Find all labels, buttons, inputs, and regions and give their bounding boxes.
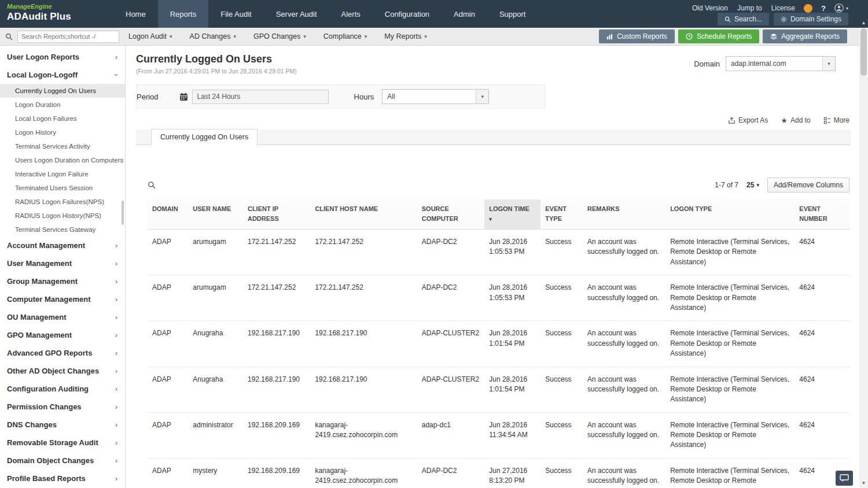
sidebar-section-gpo-management[interactable]: GPO Management› — [0, 326, 125, 344]
clock-icon — [686, 33, 693, 40]
help-icon[interactable]: ? — [821, 4, 826, 13]
table-row[interactable]: ADAParumugam172.21.147.252172.21.147.252… — [148, 275, 849, 321]
table-row[interactable]: ADAParumugam172.21.147.252172.21.147.252… — [148, 230, 849, 275]
sidebar-item-logon-duration[interactable]: Logon Duration — [0, 98, 125, 112]
sidebar-item-logon-history[interactable]: Logon History — [0, 125, 125, 139]
table-cell: Jun 28,2016 11:34:54 AM — [484, 412, 540, 458]
scroll-up-icon[interactable]: ▲ — [859, 17, 868, 28]
column-header-client-host-name[interactable]: CLIENT HOST NAME — [310, 199, 417, 230]
menu-ad-changes[interactable]: AD Changes▾ — [190, 32, 236, 40]
sidebar-item-users-logon-duration-on-computers[interactable]: Users Logon Duration on Computers — [0, 153, 125, 167]
sidebar-section-user-management[interactable]: User Management› — [0, 254, 125, 272]
sidebar: User Logon Reports›Local Logon-Logoff›Cu… — [0, 46, 126, 488]
sidebar-section-configuration-auditing[interactable]: Configuration Auditing› — [0, 380, 125, 398]
column-header-logon-type[interactable]: LOGON TYPE — [665, 199, 795, 230]
hours-select[interactable]: All ▾ — [382, 89, 489, 104]
table-row[interactable]: ADAPmystery192.168.209.169kanagaraj-2419… — [148, 458, 849, 488]
page-scrollbar[interactable]: ▲ ▼ — [859, 17, 868, 488]
menu-gpo-changes[interactable]: GPO Changes▾ — [253, 32, 306, 40]
sidebar-section-permission-changes[interactable]: Permission Changes› — [0, 398, 125, 416]
sidebar-section-user-logon-reports[interactable]: User Logon Reports› — [0, 48, 125, 66]
user-menu[interactable]: ▾ — [834, 3, 848, 13]
domain-selector: Domain adap.internal.com ▾ — [694, 56, 836, 71]
column-header-event-type[interactable]: EVENT TYPE — [540, 199, 583, 230]
nav-tab-file-audit[interactable]: File Audit — [208, 0, 263, 28]
column-header-event-number[interactable]: EVENT NUMBER — [795, 199, 849, 230]
sidebar-section-profile-based-reports[interactable]: Profile Based Reports› — [0, 469, 125, 487]
menu-my-reports[interactable]: My Reports▾ — [384, 32, 426, 40]
sidebar-item-terminal-services-gateway[interactable]: Terminal Services Gateway — [0, 223, 125, 236]
nav-tab-alerts[interactable]: Alerts — [329, 0, 373, 28]
domain-select[interactable]: adap.internal.com ▾ — [726, 56, 836, 71]
top-link-old-version[interactable]: Old Version — [692, 4, 728, 12]
nav-tab-configuration[interactable]: Configuration — [373, 0, 442, 28]
nav-tab-reports[interactable]: Reports — [158, 0, 209, 28]
topbar-right: Old VersionJump toLicense ? ▾ Search... … — [692, 0, 848, 28]
more-link[interactable]: More — [823, 116, 849, 124]
orange-badge-icon[interactable] — [804, 4, 812, 13]
top-link-jump-to[interactable]: Jump to — [737, 4, 762, 12]
menu-logon-audit[interactable]: Logon Audit▾ — [128, 32, 172, 40]
table-row[interactable]: ADAPAnugraha192.168.217.190192.168.217.1… — [148, 367, 849, 412]
table-search-icon[interactable] — [148, 181, 156, 189]
nav-tab-server-audit[interactable]: Server Audit — [264, 0, 329, 28]
add-to-link[interactable]: ★ Add to — [781, 116, 810, 124]
scroll-down-icon[interactable]: ▼ — [859, 478, 868, 488]
scrollbar-thumb[interactable] — [860, 28, 867, 76]
sidebar-item-currently-logged-on-users[interactable]: Currently Logged On Users — [0, 84, 125, 98]
page-size-select[interactable]: 25 ▾ — [746, 181, 759, 189]
table-row[interactable]: ADAPadministrator192.168.209.169kanagara… — [148, 412, 849, 458]
sidebar-item-terminated-users-session[interactable]: Terminated Users Session — [0, 181, 125, 195]
column-header-client-ip-address[interactable]: CLIENT IP ADDRESS — [243, 199, 310, 230]
search-button[interactable]: Search... — [718, 13, 769, 25]
domain-settings-button[interactable]: Domain Settings — [774, 13, 848, 25]
report-action-links: Export As ★ Add to More — [136, 116, 851, 124]
sidebar-section-dns-changes[interactable]: DNS Changes› — [0, 416, 125, 434]
chat-support-button[interactable] — [836, 471, 853, 486]
sidebar-scrollbar-thumb[interactable] — [122, 201, 124, 225]
aggregate-reports-button[interactable]: Aggregate Reports — [763, 29, 847, 43]
sidebar-section-account-management[interactable]: Account Management› — [0, 236, 125, 254]
table-row[interactable]: ADAPAnugraha192.168.217.190192.168.217.1… — [148, 321, 849, 367]
sidebar-section-removable-storage-audit[interactable]: Removable Storage Audit› — [0, 434, 125, 452]
sidebar-section-computer-management[interactable]: Computer Management› — [0, 290, 125, 308]
sidebar-section-domain-object-changes[interactable]: Domain Object Changes› — [0, 452, 125, 469]
nav-tab-admin[interactable]: Admin — [442, 0, 487, 28]
column-header-user-name[interactable]: USER NAME — [188, 199, 243, 230]
calendar-icon[interactable] — [179, 93, 188, 101]
sidebar-item-radius-logon-history-nps[interactable]: RADIUS Logon History(NPS) — [0, 209, 125, 223]
table-cell: kanagaraj-2419.csez.zohocorpin.com — [310, 458, 417, 488]
table-cell: Remote Interactive (Terminal Services, R… — [665, 275, 795, 321]
table-cell: 192.168.217.190 — [310, 367, 417, 412]
sidebar-section-local-logon-logoff[interactable]: Local Logon-Logoff› — [0, 66, 125, 84]
column-header-source-computer[interactable]: SOURCE COMPUTER — [417, 199, 484, 230]
chevron-down-icon: › — [112, 73, 120, 76]
column-header-logon-time[interactable]: LOGON TIME▾ — [484, 199, 540, 230]
sidebar-section-group-management[interactable]: Group Management› — [0, 272, 125, 290]
nav-tab-home[interactable]: Home — [113, 0, 158, 28]
nav-tab-support[interactable]: Support — [487, 0, 538, 28]
top-link-license[interactable]: License — [771, 4, 795, 12]
sidebar-item-radius-logon-failures-nps[interactable]: RADIUS Logon Failures(NPS) — [0, 195, 125, 209]
add-remove-columns-button[interactable]: Add/Remove Columns — [767, 178, 849, 193]
schedule-reports-button[interactable]: Schedule Reports — [678, 29, 759, 43]
chevron-right-icon: › — [115, 295, 117, 303]
sidebar-item-interactive-logon-failure[interactable]: Interactive Logon Failure — [0, 167, 125, 181]
report-search-input[interactable] — [17, 31, 119, 43]
period-input[interactable] — [192, 90, 329, 104]
sidebar-section-advanced-gpo-reports[interactable]: Advanced GPO Reports› — [0, 344, 125, 362]
menu-compliance[interactable]: Compliance▾ — [323, 32, 367, 40]
sidebar-section-other-ad-object-changes[interactable]: Other AD Object Changes› — [0, 362, 125, 380]
domain-label: Domain — [694, 60, 720, 68]
export-as-link[interactable]: Export As — [728, 116, 768, 124]
table-cell: kanagaraj-2419.csez.zohocorpin.com — [310, 412, 417, 458]
column-header-domain[interactable]: DOMAIN — [148, 199, 188, 230]
tab-currently-logged-on-users[interactable]: Currently Logged On Users — [151, 129, 258, 145]
sidebar-item-terminal-services-activity[interactable]: Terminal Services Activity — [0, 139, 125, 153]
custom-reports-button[interactable]: Custom Reports — [599, 29, 675, 43]
sidebar-section-ou-management[interactable]: OU Management› — [0, 308, 125, 326]
chat-icon — [840, 474, 849, 482]
search-icon[interactable] — [0, 33, 17, 40]
sidebar-item-local-logon-failures[interactable]: Local Logon Failures — [0, 112, 125, 125]
column-header-remarks[interactable]: REMARKS — [583, 199, 665, 230]
